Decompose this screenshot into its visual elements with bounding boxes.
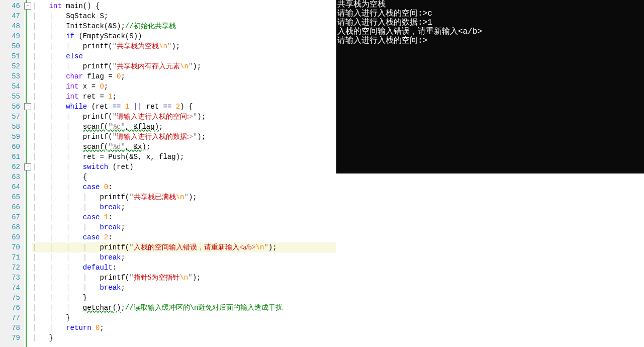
- code-line[interactable]: | | | switch (ret): [32, 162, 336, 172]
- right-panel: 共享栈为空栈请输入进行入栈的空间:>c请输入进行入栈的数据:>1入栈的空间输入错…: [336, 0, 644, 347]
- code-line[interactable]: | | int x = 0;: [32, 81, 336, 92]
- code-line[interactable]: | | | | break;: [32, 202, 336, 212]
- line-number: 53: [0, 71, 24, 81]
- line-number: 71: [0, 252, 24, 263]
- line-number: 70: [0, 242, 24, 252]
- line-number: 76: [0, 303, 24, 313]
- line-number: 61: [0, 152, 24, 162]
- fold-column[interactable]: −−−: [24, 0, 32, 347]
- main-layout: 4647484950515253545556575859606162636465…: [0, 0, 644, 347]
- code-line[interactable]: | | | printf("请输入进行入栈的数据:>");: [32, 132, 336, 142]
- line-number: 79: [0, 333, 24, 343]
- line-number: 55: [0, 92, 24, 102]
- fold-toggle-icon[interactable]: −: [24, 3, 31, 10]
- line-number: 66: [0, 202, 24, 212]
- code-line[interactable]: | | | printf("请输入进行入栈的空间:>");: [32, 112, 336, 122]
- line-number-gutter: 4647484950515253545556575859606162636465…: [0, 0, 24, 347]
- code-line[interactable]: | | | getchar();//读取输入缓冲区的\n避免对后面的输入造成干扰: [32, 303, 336, 313]
- code-line[interactable]: | | else: [32, 51, 336, 61]
- code-line[interactable]: | | | | break;: [32, 283, 336, 293]
- code-line[interactable]: | | if (EmptyStack(S)): [32, 31, 336, 41]
- code-line[interactable]: | | return 0;: [32, 323, 336, 333]
- code-line[interactable]: | | int ret = 1;: [32, 92, 336, 102]
- code-line[interactable]: | | | | printf("共享栈已满栈\n");: [32, 192, 336, 202]
- line-number: 57: [0, 112, 24, 122]
- console-line: 请输入进行入栈的空间:>c: [337, 9, 643, 18]
- line-number: 48: [0, 21, 24, 31]
- code-line[interactable]: | | | printf("共享栈为空栈\n");: [32, 41, 336, 51]
- code-editor[interactable]: 4647484950515253545556575859606162636465…: [0, 0, 336, 347]
- console-line: 请输入进行入栈的数据:>1: [337, 18, 643, 27]
- code-line[interactable]: | | char flag = 0;: [32, 71, 336, 81]
- console-line: 共享栈为空栈: [337, 0, 643, 9]
- console-output[interactable]: 共享栈为空栈请输入进行入栈的空间:>c请输入进行入栈的数据:>1入栈的空间输入错…: [336, 0, 644, 173]
- line-number: 68: [0, 222, 24, 232]
- code-line[interactable]: | | | {: [32, 172, 336, 182]
- fold-toggle-icon[interactable]: −: [24, 163, 31, 170]
- line-number: 67: [0, 212, 24, 222]
- line-number: 74: [0, 283, 24, 293]
- code-line[interactable]: | | while (ret == 1 || ret == 2) {: [32, 102, 336, 112]
- code-line[interactable]: | | | | break;: [32, 222, 336, 232]
- code-line[interactable]: | | | | printf("指针S为空指针\n");: [32, 273, 336, 283]
- line-number: 46: [0, 1, 24, 11]
- line-number: 52: [0, 61, 24, 71]
- code-line[interactable]: | | | case 2:: [32, 232, 336, 242]
- code-line[interactable]: | | InitStack(&S);//初始化共享栈: [32, 21, 336, 31]
- code-line[interactable]: | }: [32, 333, 336, 343]
- line-number: 64: [0, 182, 24, 192]
- code-line[interactable]: | | | scanf("%d", &x);: [32, 142, 336, 152]
- line-number: 47: [0, 11, 24, 21]
- change-bar: [26, 0, 27, 347]
- line-number: 77: [0, 313, 24, 323]
- line-number: 63: [0, 172, 24, 182]
- code-line[interactable]: | | | | break;: [32, 252, 336, 263]
- line-number: 54: [0, 81, 24, 92]
- line-number: 73: [0, 273, 24, 283]
- line-number: 62: [0, 162, 24, 172]
- line-number: 58: [0, 122, 24, 132]
- console-line: 请输入进行入栈的空间:>: [337, 36, 643, 45]
- empty-area: [336, 173, 644, 347]
- line-number: 50: [0, 41, 24, 51]
- code-area[interactable]: | int main() {| | SqStack S;| | InitStac…: [32, 0, 336, 347]
- code-line[interactable]: | | | printf("共享栈内有存入元素\n");: [32, 61, 336, 71]
- code-line[interactable]: | | }: [32, 313, 336, 323]
- line-number: 69: [0, 232, 24, 242]
- code-line[interactable]: | | | default:: [32, 263, 336, 273]
- console-line: 入栈的空间输入错误，请重新输入<a/b>: [337, 27, 643, 36]
- code-line[interactable]: | | | scanf("%c", &flag);: [32, 122, 336, 132]
- line-number: 56: [0, 102, 24, 112]
- line-number: 51: [0, 51, 24, 61]
- line-number: 59: [0, 132, 24, 142]
- line-number: 78: [0, 323, 24, 333]
- code-line[interactable]: | int main() {: [32, 1, 336, 11]
- line-number: 49: [0, 31, 24, 41]
- code-line[interactable]: | | | case 1:: [32, 212, 336, 222]
- line-number: 72: [0, 263, 24, 273]
- line-number: 75: [0, 293, 24, 303]
- code-line[interactable]: | | SqStack S;: [32, 11, 336, 21]
- line-number: 65: [0, 192, 24, 202]
- line-number: 60: [0, 142, 24, 152]
- code-line[interactable]: | | | | printf("入栈的空间输入错误，请重新输入<a/b>\n")…: [32, 242, 336, 252]
- fold-toggle-icon[interactable]: −: [24, 103, 31, 110]
- code-line[interactable]: | | | case 0:: [32, 182, 336, 192]
- code-line[interactable]: | | | ret = Push(&S, x, flag);: [32, 152, 336, 162]
- code-line[interactable]: | | | }: [32, 293, 336, 303]
